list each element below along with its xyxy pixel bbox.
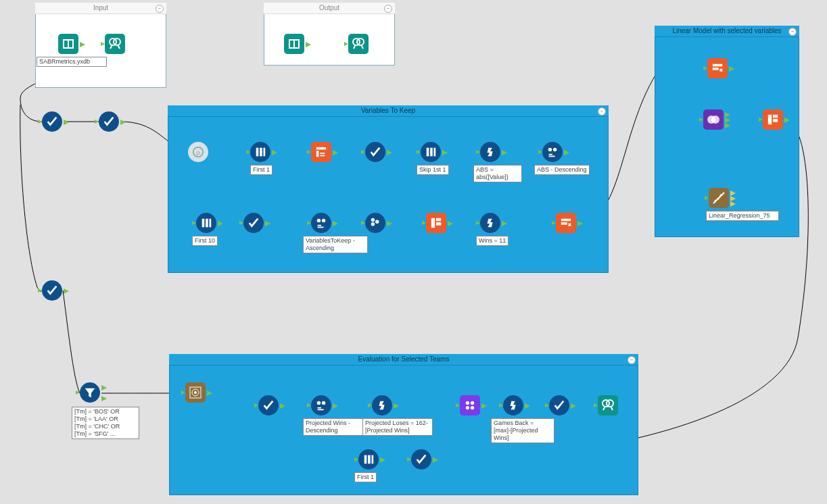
svg-marker-109	[499, 403, 503, 407]
svg-marker-119	[354, 457, 358, 461]
transpose-tool[interactable]	[311, 142, 331, 162]
svg-marker-17	[246, 150, 250, 154]
anchor-out	[725, 112, 729, 116]
sample-tool[interactable]	[196, 213, 216, 233]
anchor-in	[552, 221, 556, 225]
sort-tool[interactable]	[542, 142, 563, 162]
sample-tool[interactable]	[250, 142, 270, 162]
svg-marker-89	[101, 396, 107, 401]
formula-tool[interactable]	[480, 213, 500, 233]
select-tool[interactable]	[258, 395, 279, 415]
anchor-out	[730, 196, 734, 200]
macro-input-tool[interactable]	[58, 34, 78, 54]
svg-marker-108	[481, 403, 487, 409]
svg-rect-60	[561, 222, 567, 225]
container-collapse-icon[interactable]: –	[598, 107, 606, 116]
svg-point-68	[711, 116, 719, 124]
container-collapse-icon[interactable]: –	[156, 5, 164, 13]
svg-rect-26	[430, 148, 433, 157]
svg-point-49	[375, 220, 379, 224]
svg-marker-35	[564, 150, 569, 155]
sample-tool[interactable]	[358, 449, 379, 470]
select-tool[interactable]	[549, 395, 569, 415]
container-collapse-icon[interactable]: –	[384, 5, 392, 13]
container-title: Variables To Keep	[168, 105, 609, 117]
dynamic-select-tool[interactable]	[556, 213, 576, 233]
svg-marker-87	[76, 390, 80, 395]
svg-marker-3	[101, 42, 105, 46]
sort-tool[interactable]	[311, 213, 331, 233]
sort-label: VariablesToKeep - Ascending	[303, 236, 368, 253]
data-search-tool[interactable]: ρ	[188, 142, 208, 162]
linear-regression-tool[interactable]	[709, 188, 729, 208]
svg-point-43	[317, 219, 321, 222]
svg-rect-54	[436, 222, 441, 226]
macro-output-tool[interactable]	[284, 34, 304, 54]
sample-tool[interactable]	[421, 142, 441, 162]
join-tool[interactable]	[703, 109, 724, 130]
select-tool[interactable]	[243, 213, 264, 233]
svg-marker-55	[422, 221, 426, 225]
svg-marker-93	[181, 390, 185, 395]
svg-marker-107	[456, 403, 460, 407]
anchor-out	[571, 403, 575, 407]
filter-tool[interactable]	[80, 382, 100, 403]
anchor-out	[448, 221, 452, 225]
anchor-out	[784, 118, 788, 122]
svg-point-78	[715, 200, 717, 202]
anchor-out	[333, 221, 337, 225]
anchor-out	[564, 150, 568, 154]
select-tool[interactable]	[365, 142, 385, 162]
svg-marker-76	[759, 118, 763, 122]
svg-marker-71	[725, 118, 730, 123]
anchor-out	[387, 150, 391, 154]
anchor-out	[725, 118, 729, 122]
svg-rect-27	[434, 148, 436, 157]
svg-marker-57	[476, 221, 480, 225]
svg-rect-118	[372, 455, 374, 464]
select-tool[interactable]	[99, 111, 119, 132]
container-collapse-icon[interactable]: –	[788, 28, 797, 36]
svg-marker-10	[95, 120, 99, 124]
anchor-out	[730, 191, 734, 195]
formula-tool[interactable]	[480, 142, 500, 162]
browse-tool-output[interactable]	[348, 34, 369, 54]
container-output[interactable]: Output –	[264, 3, 395, 66]
svg-marker-86	[64, 288, 69, 294]
svg-rect-36	[202, 219, 205, 228]
svg-marker-111	[545, 403, 549, 407]
svg-marker-11	[120, 120, 126, 125]
svg-marker-7	[344, 42, 348, 46]
svg-marker-95	[254, 403, 258, 407]
svg-point-79	[717, 198, 719, 200]
container-variables-to-keep[interactable]: Variables To Keep –	[168, 105, 609, 273]
anchor-in	[307, 150, 311, 154]
recordid-tool[interactable]	[365, 213, 385, 233]
svg-marker-62	[577, 221, 583, 226]
container-title: Output	[264, 3, 395, 14]
svg-marker-65	[703, 66, 707, 70]
svg-rect-73	[768, 115, 772, 124]
svg-marker-30	[476, 150, 480, 154]
anchor-out	[207, 390, 211, 395]
svg-rect-75	[773, 119, 778, 122]
select-tool[interactable]	[42, 111, 62, 132]
select-tool[interactable]	[42, 280, 62, 301]
crosstab-tool[interactable]	[763, 109, 783, 130]
sort-tool[interactable]	[311, 395, 331, 415]
browse-tool[interactable]	[598, 395, 618, 415]
browse-tool-input[interactable]	[105, 34, 125, 54]
summarize-tool[interactable]	[460, 395, 480, 415]
formula-tool[interactable]	[372, 395, 392, 415]
crosstab-tool[interactable]	[426, 213, 446, 233]
select-tool[interactable]	[411, 449, 431, 470]
svg-marker-70	[725, 112, 730, 118]
container-collapse-icon[interactable]: –	[628, 356, 636, 364]
svg-marker-8	[38, 120, 42, 124]
dynamic-rename-tool[interactable]	[707, 58, 728, 78]
formula-tool[interactable]	[503, 395, 523, 415]
anchor-out	[387, 221, 391, 225]
svg-point-103	[466, 401, 469, 405]
anchor-in	[307, 221, 311, 225]
score-tool[interactable]	[185, 382, 206, 403]
